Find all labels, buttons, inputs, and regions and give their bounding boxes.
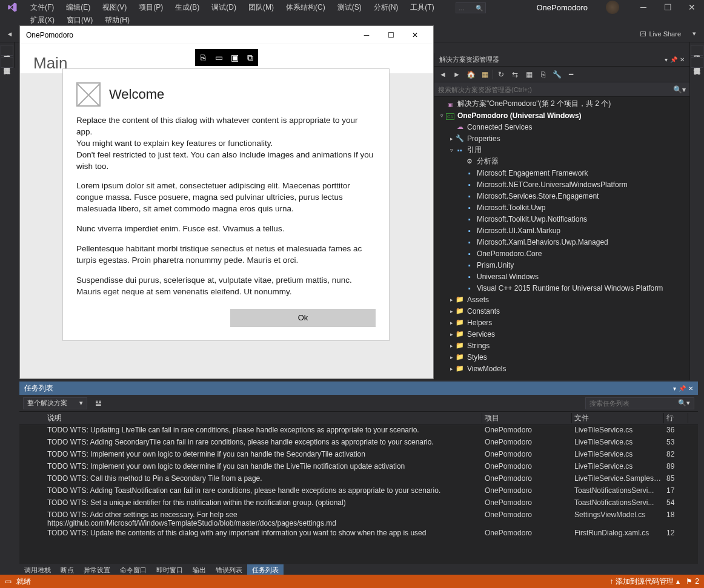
tree-row[interactable]: ▣解决方案"OnePomodoro"(第 2 个项目，共 2 个) <box>434 98 689 110</box>
sync-icon[interactable]: ▦ <box>479 68 491 81</box>
tree-row[interactable]: ▿C#OnePomodoro (Universal Windows) <box>434 110 689 121</box>
task-row[interactable]: TODO WTS: Update the contents of this di… <box>19 528 698 540</box>
preview-icon[interactable]: ━ <box>565 68 577 81</box>
live-property-tab[interactable]: 实时属性资源管理器 <box>691 57 703 68</box>
minimize-button[interactable]: ─ <box>631 0 656 15</box>
home-icon[interactable]: 🏠 <box>465 68 477 81</box>
tree-row[interactable]: ▸📁Assets <box>434 294 689 305</box>
search-icon[interactable]: 🔍▾ <box>673 85 686 94</box>
menu-item[interactable]: 团队(M) <box>242 1 280 14</box>
tree-row[interactable]: ▸📁Helpers <box>434 317 689 328</box>
bottom-tab[interactable]: 命令窗口 <box>115 564 151 576</box>
close-button[interactable]: ✕ <box>680 0 704 15</box>
menu-item[interactable]: 帮助(H) <box>99 14 136 27</box>
task-row[interactable]: TODO WTS: Adding SecondaryTile can fail … <box>19 437 698 449</box>
tree-row[interactable]: ▸📁Services <box>434 328 689 340</box>
quick-launch[interactable]: …🔍 <box>456 2 486 13</box>
task-pin-icon[interactable]: 📌 <box>679 385 686 392</box>
menu-item[interactable]: 工具(T) <box>404 1 440 14</box>
fwd-nav-icon[interactable]: ► <box>451 68 463 81</box>
col-desc[interactable]: 说明 <box>42 413 482 423</box>
ok-button[interactable]: Ok <box>230 309 376 327</box>
tree-row[interactable]: ▪OnePomodoro.Core <box>434 248 689 259</box>
tree-row[interactable]: ▸📁Strings <box>434 340 689 351</box>
menu-item[interactable]: 测试(S) <box>331 1 368 14</box>
col-proj[interactable]: 项目 <box>482 413 572 423</box>
menu-item[interactable]: 窗口(W) <box>61 14 99 27</box>
copy-icon[interactable]: ⎘ <box>537 68 549 81</box>
tree-row[interactable]: ▿▪▪引用 <box>434 144 689 156</box>
properties-icon[interactable]: 🔧 <box>551 68 563 81</box>
bottom-tab[interactable]: 错误列表 <box>211 564 247 576</box>
back-icon[interactable]: ◄ <box>4 28 16 40</box>
user-avatar-icon[interactable] <box>606 1 619 14</box>
task-row[interactable]: TODO WTS: Add other settings as necessar… <box>19 510 698 528</box>
display-layout-icon[interactable]: ▣ <box>227 50 242 65</box>
tree-row[interactable]: ▪Microsoft Engagement Framework <box>434 167 689 179</box>
menu-item[interactable]: 分析(N) <box>368 1 405 14</box>
tree-row[interactable]: ▸🔧Properties <box>434 133 689 144</box>
show-all-icon[interactable]: ▦ <box>523 68 535 81</box>
track-focused-icon[interactable]: ⧉ <box>242 50 258 65</box>
tree-row[interactable]: ▪Microsoft.Toolkit.Uwp.Notifications <box>434 213 689 225</box>
tree-row[interactable]: ▪Microsoft.NETCore.UniversalWindowsPlatf… <box>434 179 689 190</box>
filter-icon[interactable]: 𝌪 <box>92 397 104 409</box>
task-row[interactable]: TODO WTS: Updating LiveTile can fail in … <box>19 425 698 437</box>
panel-pin-icon[interactable]: 📌 <box>670 56 677 63</box>
tree-row[interactable]: ▪Prism.Unity <box>434 259 689 271</box>
task-row[interactable]: TODO WTS: Set a unique identifier for th… <box>19 498 698 510</box>
menu-item[interactable]: 体系结构(C) <box>280 1 331 14</box>
server-explorer-tab[interactable]: 服务器资源管理器 <box>1 45 13 56</box>
menu-item[interactable]: 视图(V) <box>96 1 133 14</box>
task-dropdown-icon[interactable]: ▾ <box>673 385 676 392</box>
refresh-icon[interactable]: ↻ <box>495 68 507 81</box>
col-line[interactable]: 行 <box>664 413 688 423</box>
task-row[interactable]: TODO WTS: Implement your own logic to de… <box>19 461 698 474</box>
maximize-button[interactable]: ☐ <box>656 0 680 15</box>
source-control-button[interactable]: ↑ 添加到源代码管理 ▴ <box>609 576 680 587</box>
tree-row[interactable]: ▪Visual C++ 2015 Runtime for Universal W… <box>434 282 689 294</box>
task-search-input[interactable] <box>589 400 678 407</box>
task-scope-combo[interactable]: 整个解决方案▾ <box>23 397 87 409</box>
tree-row[interactable]: ▪Microsoft.UI.Xaml.Markup <box>434 225 689 236</box>
collapse-icon[interactable]: ⇆ <box>509 68 521 81</box>
tree-row[interactable]: ▪Microsoft.Xaml.Behaviors.Uwp.Managed <box>434 236 689 248</box>
task-row[interactable]: TODO WTS: Implement your own logic to de… <box>19 449 698 461</box>
task-search[interactable]: 🔍▾ <box>585 397 694 409</box>
tree-row[interactable]: ▸📁Styles <box>434 351 689 363</box>
preview-minimize-button[interactable]: ─ <box>354 27 379 44</box>
live-share-more-icon[interactable]: ▾ <box>688 28 700 40</box>
tree-row[interactable]: ▸📁Constants <box>434 305 689 317</box>
goto-live-tree-icon[interactable]: ⎘ <box>195 50 211 65</box>
preview-maximize-button[interactable]: ☐ <box>379 27 403 44</box>
tree-row[interactable]: ▪Microsoft.Toolkit.Uwp <box>434 202 689 213</box>
menu-item[interactable]: 调试(D) <box>205 1 242 14</box>
task-close-icon[interactable]: ✕ <box>688 385 693 392</box>
back-nav-icon[interactable]: ◄ <box>437 68 449 81</box>
bottom-tab[interactable]: 调用堆栈 <box>19 564 56 576</box>
tree-row[interactable]: ▪Microsoft.Services.Store.Engagement <box>434 190 689 202</box>
team-explorer-tab[interactable]: 团队资源管理器 <box>1 57 13 68</box>
col-file[interactable]: 文件 <box>572 413 664 423</box>
bottom-tab[interactable]: 异常设置 <box>79 564 115 576</box>
live-share-button[interactable]: ⮹ Live Share <box>635 30 686 38</box>
panel-close-icon[interactable]: ✕ <box>680 56 685 63</box>
task-row[interactable]: TODO WTS: Call this method to Pin a Seco… <box>19 474 698 486</box>
menu-item[interactable]: 文件(F) <box>24 1 60 14</box>
menu-item[interactable]: 项目(P) <box>133 1 169 14</box>
bottom-tab[interactable]: 输出 <box>188 564 211 576</box>
task-row[interactable]: TODO WTS: Adding ToastNotification can f… <box>19 486 698 498</box>
notifications-button[interactable]: ⚑ 2 <box>686 577 699 586</box>
tree-row[interactable]: ▸📁ViewModels <box>434 363 689 374</box>
solution-search-input[interactable] <box>438 86 673 93</box>
tree-row[interactable]: ⚙分析器 <box>434 156 689 167</box>
search-icon[interactable]: 🔍▾ <box>678 399 690 407</box>
tree-row[interactable]: ▪Universal Windows <box>434 271 689 282</box>
panel-dropdown-icon[interactable]: ▾ <box>665 56 668 63</box>
solution-search[interactable]: 🔍▾ <box>434 82 689 97</box>
diagnostic-tools-tab[interactable]: 诊断工具 <box>691 45 703 56</box>
preview-close-button[interactable]: ✕ <box>403 27 427 44</box>
select-element-icon[interactable]: ▭ <box>211 50 227 65</box>
menu-item[interactable]: 生成(B) <box>169 1 205 14</box>
menu-item[interactable]: 编辑(E) <box>60 1 96 14</box>
